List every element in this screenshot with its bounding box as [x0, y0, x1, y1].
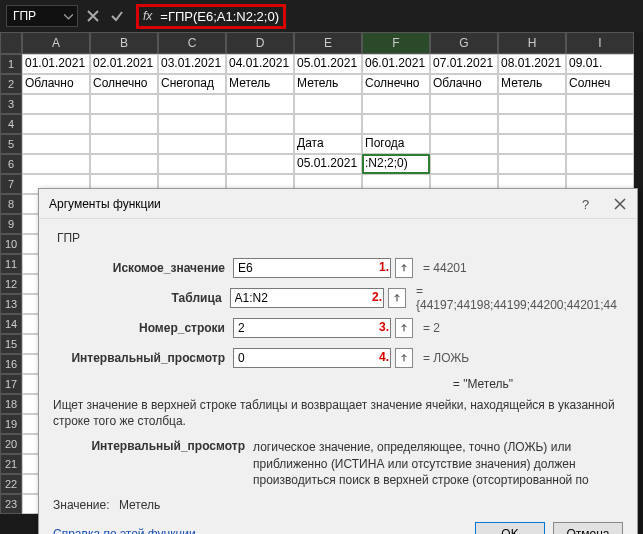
range-selector-icon[interactable]: [388, 288, 406, 308]
arg-input-row-index[interactable]: [233, 318, 391, 338]
cell[interactable]: Погода: [362, 134, 430, 154]
cell[interactable]: Солнеч: [566, 74, 634, 94]
col-header-F[interactable]: F: [362, 32, 430, 54]
cell[interactable]: Метель: [294, 74, 362, 94]
ok-button[interactable]: OK: [475, 522, 545, 534]
cell[interactable]: [566, 114, 634, 134]
select-all-corner[interactable]: [0, 32, 22, 54]
col-header-D[interactable]: D: [226, 32, 294, 54]
cell[interactable]: Солнечно: [362, 74, 430, 94]
cell[interactable]: Облачно: [22, 74, 90, 94]
cell[interactable]: [158, 94, 226, 114]
cell[interactable]: [362, 114, 430, 134]
row-header[interactable]: 4: [0, 114, 22, 134]
cell[interactable]: [22, 114, 90, 134]
row-header[interactable]: 5: [0, 134, 22, 154]
row-header[interactable]: 22: [0, 474, 22, 494]
cell[interactable]: [158, 134, 226, 154]
cell[interactable]: [498, 94, 566, 114]
row-header[interactable]: 7: [0, 174, 22, 194]
cell[interactable]: Снегопад: [158, 74, 226, 94]
row-header[interactable]: 1: [0, 54, 22, 74]
cell[interactable]: 01.01.2021: [22, 54, 90, 74]
name-box[interactable]: ГПР: [6, 5, 78, 27]
formula-bar-input[interactable]: =ГПР(E6;A1:N2;2;0): [160, 9, 279, 24]
col-header-C[interactable]: C: [158, 32, 226, 54]
cell[interactable]: 08.01.2021: [498, 54, 566, 74]
fx-icon[interactable]: fx: [143, 9, 152, 23]
cell[interactable]: Солнечно: [90, 74, 158, 94]
col-header-H[interactable]: H: [498, 32, 566, 54]
cell[interactable]: [22, 134, 90, 154]
cell[interactable]: [362, 94, 430, 114]
cell[interactable]: [566, 154, 634, 174]
cell[interactable]: [498, 134, 566, 154]
cell[interactable]: [226, 94, 294, 114]
row-header[interactable]: 14: [0, 314, 22, 334]
row-header[interactable]: 15: [0, 334, 22, 354]
cell[interactable]: 09.01.: [566, 54, 634, 74]
row-header[interactable]: 16: [0, 354, 22, 374]
arg-input-table-array[interactable]: [230, 288, 385, 308]
col-header-G[interactable]: G: [430, 32, 498, 54]
col-header-I[interactable]: I: [566, 32, 634, 54]
cell[interactable]: 05.01.2021: [294, 154, 362, 174]
col-header-B[interactable]: B: [90, 32, 158, 54]
range-selector-icon[interactable]: [395, 318, 413, 338]
cell[interactable]: [90, 134, 158, 154]
range-selector-icon[interactable]: [395, 348, 413, 368]
cancel-formula-icon[interactable]: [84, 7, 102, 25]
cell[interactable]: Дата: [294, 134, 362, 154]
cell[interactable]: [566, 94, 634, 114]
chevron-down-icon[interactable]: [64, 9, 73, 23]
row-header[interactable]: 11: [0, 254, 22, 274]
cell[interactable]: 07.01.2021: [430, 54, 498, 74]
row-header[interactable]: 8: [0, 194, 22, 214]
row-header[interactable]: 6: [0, 154, 22, 174]
row-header[interactable]: 23: [0, 494, 22, 514]
col-header-A[interactable]: A: [22, 32, 90, 54]
cell[interactable]: [294, 94, 362, 114]
row-header[interactable]: 20: [0, 434, 22, 454]
cell[interactable]: [158, 154, 226, 174]
accept-formula-icon[interactable]: [108, 7, 126, 25]
row-header[interactable]: 3: [0, 94, 22, 114]
cell[interactable]: [430, 114, 498, 134]
col-header-E[interactable]: E: [294, 32, 362, 54]
cell[interactable]: [90, 154, 158, 174]
cell[interactable]: [430, 154, 498, 174]
help-icon[interactable]: ?: [579, 197, 593, 211]
cell[interactable]: [226, 134, 294, 154]
row-header[interactable]: 12: [0, 274, 22, 294]
cell[interactable]: [22, 154, 90, 174]
row-header[interactable]: 21: [0, 454, 22, 474]
cell[interactable]: 03.01.2021: [158, 54, 226, 74]
row-header[interactable]: 9: [0, 214, 22, 234]
cell[interactable]: [158, 114, 226, 134]
cell[interactable]: [294, 114, 362, 134]
cell[interactable]: 06.01.2021: [362, 54, 430, 74]
row-header[interactable]: 10: [0, 234, 22, 254]
cell[interactable]: Метель: [226, 74, 294, 94]
cell[interactable]: [90, 94, 158, 114]
cell[interactable]: [226, 114, 294, 134]
cell[interactable]: Облачно: [430, 74, 498, 94]
cell[interactable]: [430, 94, 498, 114]
arg-input-lookup-value[interactable]: [233, 258, 391, 278]
row-header[interactable]: 18: [0, 394, 22, 414]
cell[interactable]: 02.01.2021: [90, 54, 158, 74]
cell[interactable]: [90, 114, 158, 134]
cancel-button[interactable]: Отмена: [553, 522, 623, 534]
function-help-link[interactable]: Справка по этой функции: [53, 527, 196, 534]
close-icon[interactable]: [613, 197, 627, 211]
cell[interactable]: [566, 134, 634, 154]
cell[interactable]: [226, 154, 294, 174]
row-header[interactable]: 17: [0, 374, 22, 394]
range-selector-icon[interactable]: [395, 258, 413, 278]
cell[interactable]: [22, 94, 90, 114]
row-header[interactable]: 19: [0, 414, 22, 434]
cell[interactable]: [498, 114, 566, 134]
cell[interactable]: 05.01.2021: [294, 54, 362, 74]
cell[interactable]: [430, 134, 498, 154]
row-header[interactable]: 13: [0, 294, 22, 314]
